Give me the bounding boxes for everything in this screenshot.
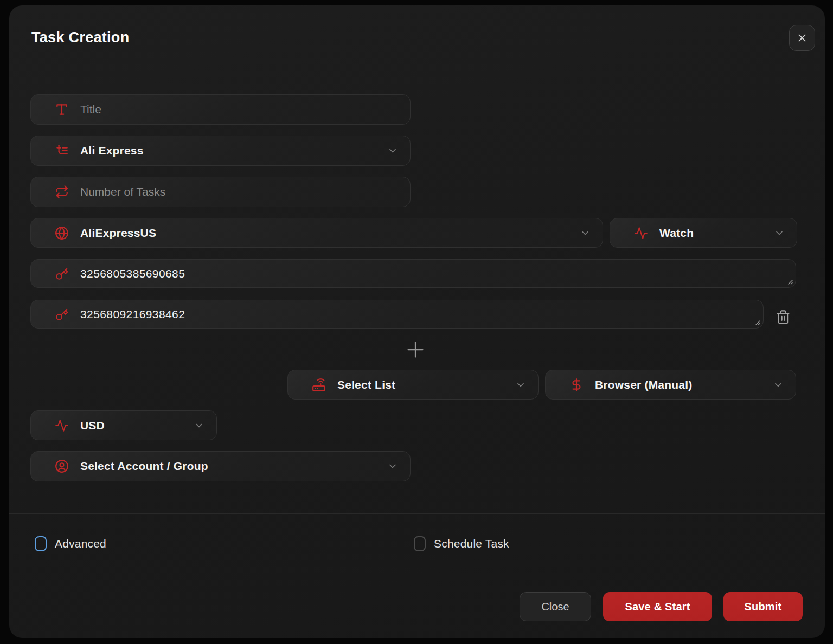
chevron-down-icon xyxy=(387,461,398,472)
repeat-icon xyxy=(55,185,69,199)
browser-select[interactable]: Browser (Manual) xyxy=(545,370,796,400)
footer-divider xyxy=(9,572,825,572)
close-icon xyxy=(796,32,808,44)
store-select[interactable]: AliExpressUS xyxy=(30,218,603,248)
account-group-value: Select Account / Group xyxy=(80,460,208,473)
currency-value: USD xyxy=(80,419,105,432)
key-icon xyxy=(55,307,69,321)
product-id-input-1[interactable]: 3256805385690685 xyxy=(80,260,784,287)
resize-handle-icon[interactable] xyxy=(753,318,761,326)
list-tree-icon xyxy=(55,144,69,158)
type-icon xyxy=(55,102,69,117)
proxy-list-select[interactable]: Select List xyxy=(287,370,539,400)
delete-row-button[interactable] xyxy=(774,307,792,327)
activity-icon xyxy=(55,418,69,433)
globe-icon xyxy=(55,226,69,240)
close-button[interactable]: Close xyxy=(520,592,591,621)
proxy-list-value: Select List xyxy=(337,378,395,391)
product-id-field-1[interactable]: 3256805385690685 xyxy=(30,259,796,288)
router-icon xyxy=(312,378,326,392)
resize-handle-icon[interactable] xyxy=(786,278,793,285)
title-field[interactable] xyxy=(30,94,411,125)
advanced-label: Advanced xyxy=(55,537,106,550)
activity-icon xyxy=(634,226,648,240)
schedule-task-label: Schedule Task xyxy=(434,537,509,550)
save-and-start-button[interactable]: Save & Start xyxy=(603,592,712,621)
mode-value: Watch xyxy=(659,227,694,240)
dialog-title: Task Creation xyxy=(31,29,129,46)
advanced-checkbox[interactable] xyxy=(35,536,47,551)
chevron-down-icon xyxy=(774,228,785,239)
product-id-input-2[interactable]: 3256809216938462 xyxy=(80,300,751,328)
user-circle-icon xyxy=(55,459,69,473)
key-icon xyxy=(55,267,69,281)
platform-select[interactable]: Ali Express xyxy=(30,136,411,166)
task-creation-dialog: Task Creation Ali Express AliExpre xyxy=(9,5,825,638)
plus-icon xyxy=(406,340,425,359)
chevron-down-icon xyxy=(194,420,204,431)
dialog-close-button[interactable] xyxy=(789,25,815,51)
chevron-down-icon xyxy=(773,379,784,390)
number-of-tasks-field[interactable] xyxy=(30,177,411,207)
title-input[interactable] xyxy=(80,103,398,116)
advanced-option: Advanced xyxy=(35,536,106,551)
options-divider-top xyxy=(9,513,825,514)
chevron-down-icon xyxy=(580,228,591,239)
store-value: AliExpressUS xyxy=(80,227,156,240)
currency-select[interactable]: USD xyxy=(30,410,217,440)
platform-value: Ali Express xyxy=(80,144,144,157)
trash-icon xyxy=(776,309,791,325)
mode-select[interactable]: Watch xyxy=(610,218,797,248)
account-group-select[interactable]: Select Account / Group xyxy=(30,451,411,481)
schedule-task-checkbox[interactable] xyxy=(414,536,426,551)
dollar-icon xyxy=(569,378,584,392)
chevron-down-icon xyxy=(387,145,398,156)
submit-button[interactable]: Submit xyxy=(723,592,803,621)
schedule-option: Schedule Task xyxy=(414,536,509,551)
chevron-down-icon xyxy=(515,379,526,390)
number-of-tasks-input[interactable] xyxy=(80,185,398,198)
product-id-field-2[interactable]: 3256809216938462 xyxy=(30,300,764,329)
add-row-button[interactable] xyxy=(405,339,426,360)
header-divider xyxy=(9,69,825,69)
browser-value: Browser (Manual) xyxy=(595,378,692,391)
